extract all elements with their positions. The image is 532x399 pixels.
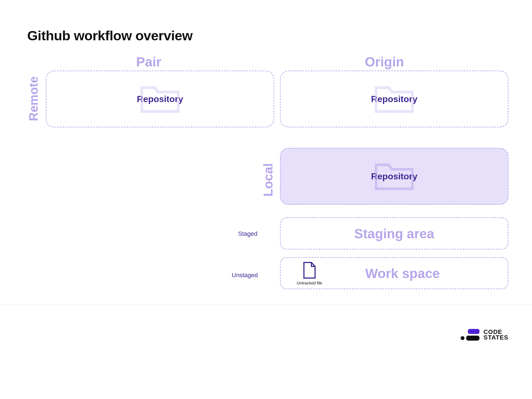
- svg-rect-2: [466, 336, 479, 341]
- brand-logo: CODE STATES: [461, 329, 508, 341]
- remote-label: Remote: [27, 76, 41, 121]
- folder-icon: [375, 84, 414, 114]
- origin-label: Origin: [365, 54, 404, 70]
- staged-label: Staged: [238, 230, 258, 237]
- folder-icon: [141, 84, 179, 114]
- local-label: Local: [261, 163, 276, 197]
- svg-point-1: [461, 336, 464, 340]
- staging-area-box: Staging area: [280, 217, 508, 249]
- workspace-box: Untracked file Work space: [280, 257, 508, 289]
- footer-divider: [0, 304, 532, 305]
- origin-repository-box: Repository: [280, 71, 508, 127]
- folder-icon: [375, 161, 414, 192]
- page-title: Github workflow overview: [27, 28, 193, 43]
- file-caption: Untracked file: [297, 281, 322, 285]
- pair-label: Pair: [136, 54, 161, 70]
- brand-text-line2: STATES: [483, 335, 508, 340]
- unstaged-label: Unstaged: [232, 272, 258, 279]
- local-repository-box: Repository: [280, 148, 508, 205]
- staging-area-text: Staging area: [281, 226, 508, 241]
- brand-logo-mark: [461, 329, 479, 341]
- svg-rect-0: [468, 329, 479, 334]
- workspace-text: Work space: [281, 266, 508, 281]
- pair-repository-box: Repository: [46, 71, 274, 127]
